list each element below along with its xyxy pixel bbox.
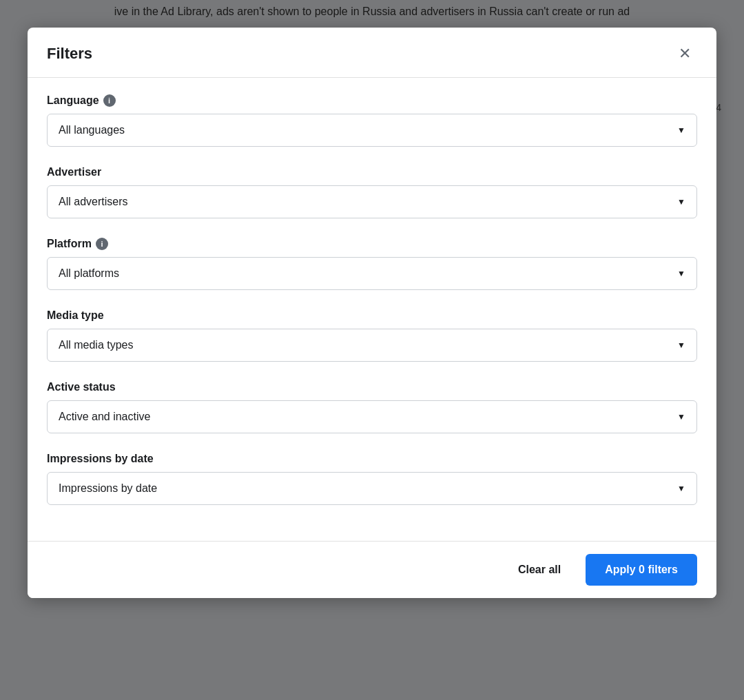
impressions-by-date-value: Impressions by date [59,482,157,495]
close-icon: ✕ [679,45,691,63]
advertiser-label: Advertiser [47,166,697,178]
language-label-text: Language [47,94,99,107]
filter-section-advertiser: Advertiser All advertisers ▼ [47,166,697,218]
active-status-label-text: Active status [47,381,116,393]
active-status-value: Active and inactive [59,411,150,423]
clear-all-button[interactable]: Clear all [504,555,575,584]
advertiser-value: All advertisers [59,196,127,208]
language-select[interactable]: All languages ▼ [47,114,697,147]
filter-section-platform: Platform i All platforms ▼ [47,238,697,290]
filters-modal: Filters ✕ Language i All languages ▼ [28,28,716,598]
media-type-label-text: Media type [47,309,104,322]
filter-section-active-status: Active status Active and inactive ▼ [47,381,697,433]
advertiser-dropdown-arrow: ▼ [677,197,685,207]
active-status-label: Active status [47,381,697,393]
language-info-icon[interactable]: i [103,94,116,107]
filter-section-language: Language i All languages ▼ [47,94,697,147]
close-button[interactable]: ✕ [672,41,697,66]
modal-backdrop: Filters ✕ Language i All languages ▼ [0,0,744,700]
language-value: All languages [59,124,125,136]
modal-title: Filters [47,45,92,63]
apply-filters-button[interactable]: Apply 0 filters [586,554,697,586]
active-status-select[interactable]: Active and inactive ▼ [47,400,697,433]
modal-body: Language i All languages ▼ Advertiser Al… [28,78,716,541]
media-type-select[interactable]: All media types ▼ [47,329,697,362]
advertiser-label-text: Advertiser [47,166,101,178]
platform-select[interactable]: All platforms ▼ [47,257,697,290]
platform-value: All platforms [59,267,119,280]
impressions-by-date-select[interactable]: Impressions by date ▼ [47,472,697,505]
platform-dropdown-arrow: ▼ [677,269,685,278]
advertiser-select[interactable]: All advertisers ▼ [47,185,697,218]
platform-info-icon[interactable]: i [96,238,108,250]
language-dropdown-arrow: ▼ [677,125,685,135]
platform-label: Platform i [47,238,697,250]
modal-header: Filters ✕ [28,28,716,78]
media-type-label: Media type [47,309,697,322]
impressions-by-date-dropdown-arrow: ▼ [677,484,685,493]
language-label: Language i [47,94,697,107]
active-status-dropdown-arrow: ▼ [677,412,685,422]
media-type-dropdown-arrow: ▼ [677,340,685,350]
filter-section-impressions-by-date: Impressions by date Impressions by date … [47,453,697,505]
modal-footer: Clear all Apply 0 filters [28,541,716,598]
platform-label-text: Platform [47,238,92,250]
filter-section-media-type: Media type All media types ▼ [47,309,697,362]
impressions-by-date-label: Impressions by date [47,453,697,465]
impressions-by-date-label-text: Impressions by date [47,453,154,465]
media-type-value: All media types [59,339,134,351]
